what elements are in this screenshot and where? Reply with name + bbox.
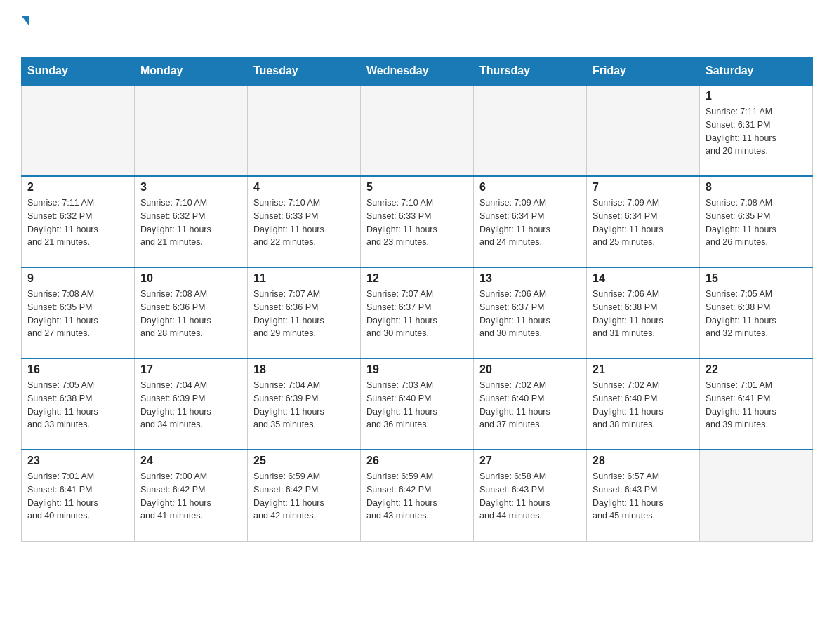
week-row-5: 23Sunrise: 7:01 AM Sunset: 6:41 PM Dayli… <box>22 450 813 541</box>
calendar-cell: 26Sunrise: 6:59 AM Sunset: 6:42 PM Dayli… <box>361 450 474 541</box>
day-number: 16 <box>27 363 128 376</box>
calendar-cell: 7Sunrise: 7:09 AM Sunset: 6:34 PM Daylig… <box>587 176 700 267</box>
day-number: 27 <box>479 455 581 467</box>
day-info: Sunrise: 7:02 AM Sunset: 6:40 PM Dayligh… <box>479 379 581 431</box>
calendar-cell <box>22 85 135 176</box>
calendar-cell: 27Sunrise: 6:58 AM Sunset: 6:43 PM Dayli… <box>474 450 587 541</box>
weekday-header-wednesday: Wednesday <box>361 58 474 86</box>
day-number: 25 <box>253 455 355 467</box>
day-info: Sunrise: 7:07 AM Sunset: 6:36 PM Dayligh… <box>253 288 355 340</box>
day-info: Sunrise: 7:05 AM Sunset: 6:38 PM Dayligh… <box>27 379 128 431</box>
day-number: 24 <box>140 455 241 467</box>
day-number: 1 <box>706 90 807 102</box>
day-number: 20 <box>479 363 581 376</box>
day-info: Sunrise: 7:08 AM Sunset: 6:35 PM Dayligh… <box>706 196 807 249</box>
day-number: 19 <box>366 363 468 376</box>
week-row-2: 2Sunrise: 7:11 AM Sunset: 6:32 PM Daylig… <box>22 176 813 267</box>
calendar-cell: 1Sunrise: 7:11 AM Sunset: 6:31 PM Daylig… <box>700 85 813 176</box>
day-info: Sunrise: 7:10 AM Sunset: 6:32 PM Dayligh… <box>140 196 241 249</box>
calendar-cell: 28Sunrise: 6:57 AM Sunset: 6:43 PM Dayli… <box>587 450 700 541</box>
day-info: Sunrise: 6:57 AM Sunset: 6:43 PM Dayligh… <box>593 470 694 523</box>
day-number: 21 <box>593 363 694 376</box>
day-info: Sunrise: 7:00 AM Sunset: 6:42 PM Dayligh… <box>140 470 241 523</box>
day-info: Sunrise: 6:58 AM Sunset: 6:43 PM Dayligh… <box>479 470 581 523</box>
day-number: 3 <box>140 181 241 194</box>
day-info: Sunrise: 7:11 AM Sunset: 6:31 PM Dayligh… <box>706 105 807 158</box>
day-number: 11 <box>253 272 355 285</box>
day-info: Sunrise: 7:01 AM Sunset: 6:41 PM Dayligh… <box>27 470 128 523</box>
calendar-cell: 13Sunrise: 7:06 AM Sunset: 6:37 PM Dayli… <box>474 267 587 358</box>
calendar-cell: 18Sunrise: 7:04 AM Sunset: 6:39 PM Dayli… <box>248 358 361 450</box>
day-info: Sunrise: 7:02 AM Sunset: 6:40 PM Dayligh… <box>593 379 694 431</box>
calendar-cell: 9Sunrise: 7:08 AM Sunset: 6:35 PM Daylig… <box>22 267 135 358</box>
calendar-cell <box>474 85 587 176</box>
day-info: Sunrise: 7:09 AM Sunset: 6:34 PM Dayligh… <box>593 196 694 249</box>
calendar-cell: 20Sunrise: 7:02 AM Sunset: 6:40 PM Dayli… <box>474 358 587 450</box>
calendar-table: SundayMondayTuesdayWednesdayThursdayFrid… <box>21 57 813 542</box>
day-number: 23 <box>27 455 128 467</box>
calendar-cell: 2Sunrise: 7:11 AM Sunset: 6:32 PM Daylig… <box>22 176 135 267</box>
calendar-cell: 16Sunrise: 7:05 AM Sunset: 6:38 PM Dayli… <box>22 358 135 450</box>
weekday-header-row: SundayMondayTuesdayWednesdayThursdayFrid… <box>22 58 813 86</box>
day-info: Sunrise: 6:59 AM Sunset: 6:42 PM Dayligh… <box>253 470 355 523</box>
day-number: 8 <box>706 181 807 194</box>
calendar-cell: 17Sunrise: 7:04 AM Sunset: 6:39 PM Dayli… <box>135 358 248 450</box>
calendar-cell: 15Sunrise: 7:05 AM Sunset: 6:38 PM Dayli… <box>700 267 813 358</box>
calendar-cell: 23Sunrise: 7:01 AM Sunset: 6:41 PM Dayli… <box>22 450 135 541</box>
calendar-cell: 11Sunrise: 7:07 AM Sunset: 6:36 PM Dayli… <box>248 267 361 358</box>
day-number: 10 <box>140 272 241 285</box>
day-number: 2 <box>27 181 128 194</box>
day-info: Sunrise: 7:10 AM Sunset: 6:33 PM Dayligh… <box>253 196 355 249</box>
weekday-header-sunday: Sunday <box>22 58 135 86</box>
calendar-cell <box>361 85 474 176</box>
calendar-cell: 10Sunrise: 7:08 AM Sunset: 6:36 PM Dayli… <box>135 267 248 358</box>
weekday-header-tuesday: Tuesday <box>248 58 361 86</box>
calendar-cell <box>248 85 361 176</box>
calendar-cell <box>135 85 248 176</box>
calendar-cell <box>587 85 700 176</box>
week-row-4: 16Sunrise: 7:05 AM Sunset: 6:38 PM Dayli… <box>22 358 813 450</box>
calendar-cell: 3Sunrise: 7:10 AM Sunset: 6:32 PM Daylig… <box>135 176 248 267</box>
day-number: 4 <box>253 181 355 194</box>
day-number: 17 <box>140 363 241 376</box>
calendar-cell: 6Sunrise: 7:09 AM Sunset: 6:34 PM Daylig… <box>474 176 587 267</box>
day-number: 14 <box>593 272 694 285</box>
day-info: Sunrise: 7:11 AM Sunset: 6:32 PM Dayligh… <box>27 196 128 249</box>
day-info: Sunrise: 7:06 AM Sunset: 6:37 PM Dayligh… <box>479 288 581 340</box>
weekday-header-monday: Monday <box>135 58 248 86</box>
day-number: 15 <box>706 272 807 285</box>
day-info: Sunrise: 7:07 AM Sunset: 6:37 PM Dayligh… <box>366 288 468 340</box>
day-number: 28 <box>593 455 694 467</box>
day-info: Sunrise: 7:05 AM Sunset: 6:38 PM Dayligh… <box>706 288 807 340</box>
day-number: 13 <box>479 272 581 285</box>
day-info: Sunrise: 7:06 AM Sunset: 6:38 PM Dayligh… <box>593 288 694 340</box>
day-number: 7 <box>593 181 694 194</box>
calendar-cell: 5Sunrise: 7:10 AM Sunset: 6:33 PM Daylig… <box>361 176 474 267</box>
logo <box>21 14 29 43</box>
page-header <box>21 14 813 43</box>
calendar-cell: 22Sunrise: 7:01 AM Sunset: 6:41 PM Dayli… <box>700 358 813 450</box>
day-info: Sunrise: 7:03 AM Sunset: 6:40 PM Dayligh… <box>366 379 468 431</box>
week-row-3: 9Sunrise: 7:08 AM Sunset: 6:35 PM Daylig… <box>22 267 813 358</box>
calendar-cell: 4Sunrise: 7:10 AM Sunset: 6:33 PM Daylig… <box>248 176 361 267</box>
day-info: Sunrise: 6:59 AM Sunset: 6:42 PM Dayligh… <box>366 470 468 523</box>
calendar-cell: 25Sunrise: 6:59 AM Sunset: 6:42 PM Dayli… <box>248 450 361 541</box>
day-info: Sunrise: 7:08 AM Sunset: 6:36 PM Dayligh… <box>140 288 241 340</box>
day-number: 6 <box>479 181 581 194</box>
day-number: 18 <box>253 363 355 376</box>
calendar-cell: 21Sunrise: 7:02 AM Sunset: 6:40 PM Dayli… <box>587 358 700 450</box>
day-info: Sunrise: 7:08 AM Sunset: 6:35 PM Dayligh… <box>27 288 128 340</box>
day-info: Sunrise: 7:04 AM Sunset: 6:39 PM Dayligh… <box>140 379 241 431</box>
day-number: 12 <box>366 272 468 285</box>
logo-chevron-icon <box>22 16 29 25</box>
weekday-header-friday: Friday <box>587 58 700 86</box>
day-info: Sunrise: 7:09 AM Sunset: 6:34 PM Dayligh… <box>479 196 581 249</box>
day-number: 22 <box>706 363 807 376</box>
weekday-header-thursday: Thursday <box>474 58 587 86</box>
week-row-1: 1Sunrise: 7:11 AM Sunset: 6:31 PM Daylig… <box>22 85 813 176</box>
day-number: 9 <box>27 272 128 285</box>
calendar-cell <box>700 450 813 541</box>
calendar-cell: 12Sunrise: 7:07 AM Sunset: 6:37 PM Dayli… <box>361 267 474 358</box>
day-info: Sunrise: 7:01 AM Sunset: 6:41 PM Dayligh… <box>706 379 807 431</box>
calendar-cell: 14Sunrise: 7:06 AM Sunset: 6:38 PM Dayli… <box>587 267 700 358</box>
